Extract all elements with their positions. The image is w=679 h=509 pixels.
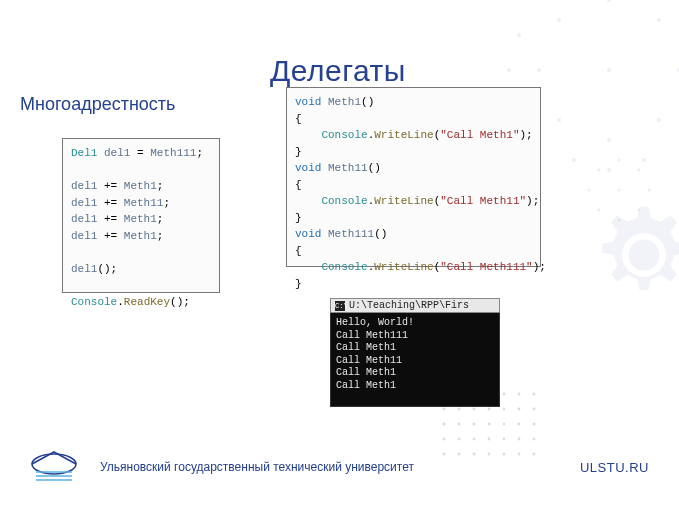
svg-point-50 [473,423,476,426]
svg-point-11 [507,68,511,72]
svg-point-45 [503,408,506,411]
svg-point-26 [618,159,621,162]
svg-point-6 [657,18,661,22]
svg-point-40 [533,393,536,396]
svg-point-48 [443,423,446,426]
console-titlebar: C:\ U:\Teaching\RPP\Firs [330,298,500,313]
console-window: C:\ U:\Teaching\RPP\Firs Hello, World! C… [330,298,500,407]
code-right-content: void Meth1() { Console.WriteLine("Call M… [295,94,532,292]
svg-point-43 [473,408,476,411]
svg-point-53 [518,423,521,426]
page-title: Делегаты [270,54,406,88]
svg-point-3 [537,68,541,72]
logo-icon [24,446,84,488]
svg-point-8 [657,118,661,122]
svg-point-28 [588,189,591,192]
svg-point-25 [618,189,621,192]
svg-point-29 [648,189,651,192]
svg-point-41 [443,408,446,411]
svg-point-42 [458,408,461,411]
svg-point-30 [598,169,601,172]
svg-point-51 [488,423,491,426]
svg-point-0 [607,68,611,72]
university-url: ULSTU.RU [580,460,649,475]
svg-point-69 [32,454,76,474]
footer: Ульяновский государственный технический … [0,435,679,509]
svg-point-46 [518,408,521,411]
code-block-right: void Meth1() { Console.WriteLine("Call M… [286,87,541,267]
console-cmd-icon: C:\ [335,301,345,311]
svg-point-21 [517,33,521,37]
svg-point-49 [458,423,461,426]
svg-point-1 [607,0,611,2]
university-logo [24,446,84,488]
footer-left: Ульяновский государственный технический … [24,446,414,488]
svg-point-7 [557,118,561,122]
code-block-left: Del1 del1 = Meth111; del1 += Meth1; del1… [62,138,220,293]
svg-point-44 [488,408,491,411]
svg-point-39 [518,393,521,396]
svg-point-38 [503,393,506,396]
svg-point-5 [557,18,561,22]
svg-point-47 [533,408,536,411]
svg-point-52 [503,423,506,426]
code-left-content: Del1 del1 = Meth111; del1 += Meth1; del1… [71,145,211,310]
svg-point-31 [638,169,641,172]
svg-point-54 [533,423,536,426]
section-subtitle: Многоадрестность [20,94,175,115]
console-body: Hello, World! Call Meth111 Call Meth1 Ca… [330,313,500,407]
university-name: Ульяновский государственный технический … [100,460,414,474]
console-title-text: U:\Teaching\RPP\Firs [349,300,469,311]
bg-gear-icon [589,200,679,310]
